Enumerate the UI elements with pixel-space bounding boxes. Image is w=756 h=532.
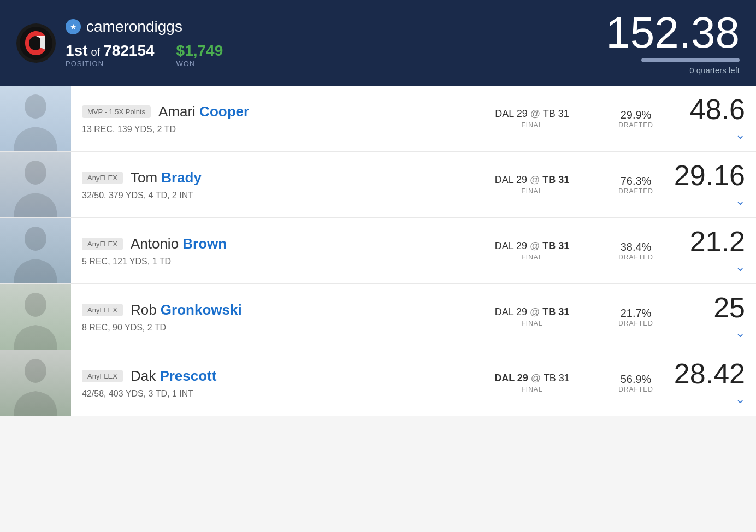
chevron-down-icon-brady[interactable]: ⌄ xyxy=(735,194,745,208)
drafted-label-brown: DRAFTED xyxy=(603,253,669,261)
player-name-brown: Antonio Brown xyxy=(131,235,227,252)
final-badge-brown: FINAL xyxy=(472,253,592,261)
position-badge-brown: AnyFLEX xyxy=(82,238,123,250)
won-amount: $1,749 xyxy=(176,42,223,60)
won-label: WON xyxy=(176,60,223,68)
stats-row: 1st of 782154 POSITION $1,749 WON xyxy=(66,42,223,68)
position-badge-dak: AnyFLEX xyxy=(82,370,123,382)
position-name-row: AnyFLEX Tom Brady xyxy=(82,169,450,186)
drafted-section-dak: 56.9% DRAFTED xyxy=(603,373,669,393)
header-score-section: 152.38 0 quarters left xyxy=(606,11,740,75)
player-photo-dak xyxy=(0,350,71,416)
position-label: POSITION xyxy=(66,60,155,68)
drafted-pct-brady: 76.3% xyxy=(603,175,669,187)
final-badge-dak: FINAL xyxy=(472,386,592,393)
drafted-section-brady: 76.3% DRAFTED xyxy=(603,175,669,195)
position-badge-cooper: MVP - 1.5X Points xyxy=(82,105,151,118)
position-name-row: AnyFLEX Dak Prescott xyxy=(82,368,450,385)
player-info-dak: AnyFLEX Dak Prescott 42/58, 403 YDS, 3 T… xyxy=(71,358,461,409)
chevron-down-icon-brown[interactable]: ⌄ xyxy=(735,260,745,274)
matchup-text-brown: DAL 29 @ TB 31 xyxy=(472,240,592,252)
player-row-brady: AnyFLEX Tom Brady 32/50, 379 YDS, 4 TD, … xyxy=(0,152,756,218)
position-name-row: MVP - 1.5X Points Amari Cooper xyxy=(82,103,450,120)
chevron-down-icon-gronk[interactable]: ⌄ xyxy=(735,326,745,340)
player-score-brady: 29.16 xyxy=(674,161,745,190)
player-score-brown: 21.2 xyxy=(690,227,745,256)
player-photo-cooper xyxy=(0,86,71,151)
matchup-cooper: DAL 29 @ TB 31 FINAL xyxy=(461,108,603,129)
score-section-gronk: 25 ⌄ xyxy=(669,293,756,340)
final-badge-cooper: FINAL xyxy=(472,121,592,129)
total-score: 152.38 xyxy=(606,11,740,55)
svg-point-4 xyxy=(25,293,46,317)
player-info-brown: AnyFLEX Antonio Brown 5 REC, 121 YDS, 1 … xyxy=(71,226,461,276)
player-stats-gronk: 8 REC, 90 YDS, 2 TD xyxy=(82,323,450,333)
svg-point-1 xyxy=(25,94,46,119)
matchup-text-cooper: DAL 29 @ TB 31 xyxy=(472,108,592,120)
player-stats-dak: 42/58, 403 YDS, 3 TD, 1 INT xyxy=(82,389,450,399)
score-section-cooper: 48.6 ⌄ xyxy=(669,95,756,142)
svg-point-5 xyxy=(25,359,46,383)
quarters-left: 0 quarters left xyxy=(606,66,740,75)
username-row: ★ camerondiggs xyxy=(66,18,223,36)
drafted-section-gronk: 21.7% DRAFTED xyxy=(603,307,669,327)
score-section-brown: 21.2 ⌄ xyxy=(669,227,756,274)
player-row-dak: AnyFLEX Dak Prescott 42/58, 403 YDS, 3 T… xyxy=(0,350,756,416)
score-section-dak: 28.42 ⌄ xyxy=(669,359,756,406)
player-name-brady: Tom Brady xyxy=(131,169,202,186)
progress-fill xyxy=(641,58,740,62)
player-row-gronk: AnyFLEX Rob Gronkowski 8 REC, 90 YDS, 2 … xyxy=(0,284,756,350)
player-score-gronk: 25 xyxy=(713,293,745,322)
matchup-text-dak: DAL 29 @ TB 31 xyxy=(472,373,592,384)
won-stat: $1,749 WON xyxy=(176,42,223,68)
final-badge-brady: FINAL xyxy=(472,187,592,195)
player-stats-cooper: 13 REC, 139 YDS, 2 TD xyxy=(82,125,450,134)
drafted-label-dak: DRAFTED xyxy=(603,386,669,393)
drafted-label-gronk: DRAFTED xyxy=(603,320,669,327)
drafted-pct-dak: 56.9% xyxy=(603,373,669,386)
matchup-gronk: DAL 29 @ TB 31 FINAL xyxy=(461,306,603,327)
player-info-brady: AnyFLEX Tom Brady 32/50, 379 YDS, 4 TD, … xyxy=(71,159,461,210)
position-name-row: AnyFLEX Rob Gronkowski xyxy=(82,302,450,318)
player-info-cooper: MVP - 1.5X Points Amari Cooper 13 REC, 1… xyxy=(71,93,461,144)
player-row-brown: AnyFLEX Antonio Brown 5 REC, 121 YDS, 1 … xyxy=(0,218,756,284)
position-name-row: AnyFLEX Antonio Brown xyxy=(82,235,450,252)
header-left: ★ camerondiggs 1st of 782154 POSITION $1… xyxy=(16,18,223,68)
drafted-section-cooper: 29.9% DRAFTED xyxy=(603,109,669,129)
player-stats-brown: 5 REC, 121 YDS, 1 TD xyxy=(82,257,450,267)
drafted-pct-gronk: 21.7% xyxy=(603,307,669,320)
position-badge-brady: AnyFLEX xyxy=(82,172,123,184)
matchup-brady: DAL 29 @ TB 31 FINAL xyxy=(461,174,603,195)
chevron-down-icon-cooper[interactable]: ⌄ xyxy=(735,128,745,142)
player-stats-brady: 32/50, 379 YDS, 4 TD, 2 INT xyxy=(82,191,450,200)
drafted-label-brady: DRAFTED xyxy=(603,187,669,195)
username: camerondiggs xyxy=(86,18,182,36)
position-badge-gronk: AnyFLEX xyxy=(82,304,123,316)
drafted-section-brown: 38.4% DRAFTED xyxy=(603,241,669,261)
position-value: 1st of 782154 xyxy=(66,42,155,60)
player-name-cooper: Amari Cooper xyxy=(158,103,249,120)
matchup-text-brady: DAL 29 @ TB 31 xyxy=(472,174,592,186)
svg-point-2 xyxy=(25,161,46,185)
player-score-dak: 28.42 xyxy=(674,359,745,388)
svg-point-3 xyxy=(25,227,46,251)
player-name-dak: Dak Prescott xyxy=(131,368,217,385)
progress-bar xyxy=(641,58,740,62)
star-icon: ★ xyxy=(66,19,81,34)
player-name-gronk: Rob Gronkowski xyxy=(131,302,242,318)
matchup-brown: DAL 29 @ TB 31 FINAL xyxy=(461,240,603,261)
position-stat: 1st of 782154 POSITION xyxy=(66,42,155,68)
drafted-pct-brown: 38.4% xyxy=(603,241,669,253)
player-info-gronk: AnyFLEX Rob Gronkowski 8 REC, 90 YDS, 2 … xyxy=(71,292,461,342)
drafted-label-cooper: DRAFTED xyxy=(603,121,669,129)
players-list: MVP - 1.5X Points Amari Cooper 13 REC, 1… xyxy=(0,86,756,416)
drafted-pct-cooper: 29.9% xyxy=(603,109,669,121)
chevron-down-icon-dak[interactable]: ⌄ xyxy=(735,392,745,406)
matchup-text-gronk: DAL 29 @ TB 31 xyxy=(472,306,592,318)
header-user-info: ★ camerondiggs 1st of 782154 POSITION $1… xyxy=(66,18,223,68)
header: ★ camerondiggs 1st of 782154 POSITION $1… xyxy=(0,0,756,86)
logo xyxy=(16,23,56,63)
score-section-brady: 29.16 ⌄ xyxy=(669,161,756,208)
final-badge-gronk: FINAL xyxy=(472,320,592,327)
player-photo-brady xyxy=(0,152,71,217)
